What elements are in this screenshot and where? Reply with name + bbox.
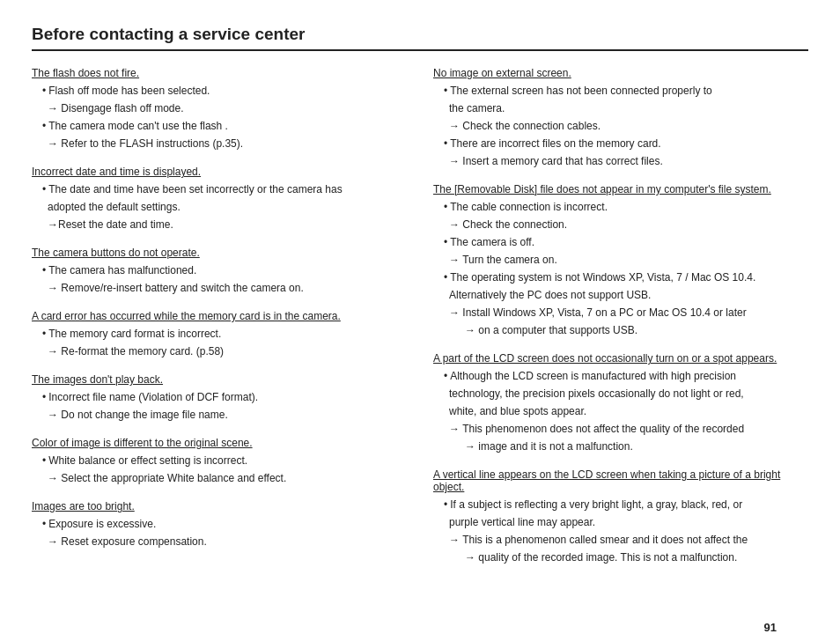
section-playback-title: The images don't play back. <box>32 373 407 386</box>
section-bright: Images are too bright. Exposure is exces… <box>32 500 407 549</box>
list-item: adopted the default settings. <box>32 199 407 215</box>
list-item: There are incorrect files on the memory … <box>433 136 808 151</box>
list-item: purple vertical line may appear. <box>433 514 808 530</box>
list-item: quality of the recorded image. This is n… <box>433 549 808 565</box>
section-lcd-spot: A part of the LCD screen does not occasi… <box>433 352 808 454</box>
right-column: No image on external screen. The externa… <box>433 67 808 579</box>
list-item: Check the connection. <box>433 217 808 232</box>
list-item: Refer to the FLASH instructions (p.35). <box>32 136 407 151</box>
left-column: The flash does not fire. Flash off mode … <box>32 67 407 579</box>
list-item: image and it is not a malfunction. <box>433 439 808 454</box>
section-card-title: A card error has occurred while the memo… <box>32 310 407 322</box>
section-vertical-line: A vertical line appears on the LCD scree… <box>433 468 808 565</box>
list-item: The camera has malfunctioned. <box>32 262 407 278</box>
list-item: Reset exposure compensation. <box>32 534 407 549</box>
list-item: the camera. <box>433 100 808 116</box>
page-title: Before contacting a service center <box>32 25 808 51</box>
page-number: 91 <box>764 621 777 634</box>
list-item: Remove/re-insert battery and switch the … <box>32 280 407 296</box>
section-bright-title: Images are too bright. <box>32 500 407 512</box>
list-item: Disengage flash off mode. <box>32 100 407 116</box>
section-buttons-title: The camera buttons do not operate. <box>32 247 407 259</box>
list-item: Do not change the image file name. <box>32 407 407 423</box>
list-item: Incorrect file name (Violation of DCF fo… <box>32 389 407 405</box>
section-lcd-spot-title: A part of the LCD screen does not occasi… <box>433 352 808 365</box>
section-flash: The flash does not fire. Flash off mode … <box>32 67 407 151</box>
list-item: on a computer that supports USB. <box>433 322 808 338</box>
list-item: The operating system is not Windows XP, … <box>433 269 808 285</box>
section-buttons: The camera buttons do not operate. The c… <box>32 247 407 296</box>
list-item: Insert a memory card that has correct fi… <box>433 153 808 169</box>
list-item: technology, the precision pixels occasio… <box>433 386 808 402</box>
list-item: white, and blue spots appear. <box>433 403 808 419</box>
section-no-image-title: No image on external screen. <box>433 67 808 79</box>
section-card: A card error has occurred while the memo… <box>32 310 407 359</box>
list-item: If a subject is reflecting a very bright… <box>433 497 808 512</box>
list-item: Alternatively the PC does not support US… <box>433 287 808 303</box>
list-item: This is a phenomenon called smear and it… <box>433 532 808 548</box>
list-item: The camera is off. <box>433 234 808 250</box>
section-removable: The [Removable Disk] file does not appea… <box>433 183 808 338</box>
list-item: Flash off mode has been selected. <box>32 83 407 99</box>
section-no-image: No image on external screen. The externa… <box>433 67 808 169</box>
list-item: The date and time have been set incorrec… <box>32 181 407 197</box>
list-item: The cable connection is incorrect. <box>433 199 808 215</box>
list-item: The camera mode can't use the flash . <box>32 118 407 134</box>
list-item: White balance or effect setting is incor… <box>32 453 407 468</box>
section-date-title: Incorrect date and time is displayed. <box>32 166 407 178</box>
list-item: The external screen has not been connect… <box>433 83 808 99</box>
list-item: Although the LCD screen is manufactured … <box>433 368 808 384</box>
section-color: Color of image is different to the origi… <box>32 437 407 486</box>
list-item: Exposure is excessive. <box>32 516 407 532</box>
section-date: Incorrect date and time is displayed. Th… <box>32 166 407 232</box>
list-item: Check the connection cables. <box>433 118 808 134</box>
list-item: Install Windows XP, Vista, 7 on a PC or … <box>433 305 808 321</box>
section-flash-title: The flash does not fire. <box>32 67 407 79</box>
section-color-title: Color of image is different to the origi… <box>32 437 407 449</box>
list-item: This phenomenon does not affect the qual… <box>433 421 808 437</box>
section-playback: The images don't play back. Incorrect fi… <box>32 373 407 423</box>
list-item: The memory card format is incorrect. <box>32 326 407 342</box>
list-item: Turn the camera on. <box>433 252 808 268</box>
list-item: →Reset the date and time. <box>32 217 407 232</box>
list-item: Re-format the memory card. (p.58) <box>32 343 407 359</box>
section-vertical-line-title: A vertical line appears on the LCD scree… <box>433 468 808 493</box>
list-item: Select the appropriate White balance and… <box>32 470 407 486</box>
section-removable-title: The [Removable Disk] file does not appea… <box>433 183 808 195</box>
